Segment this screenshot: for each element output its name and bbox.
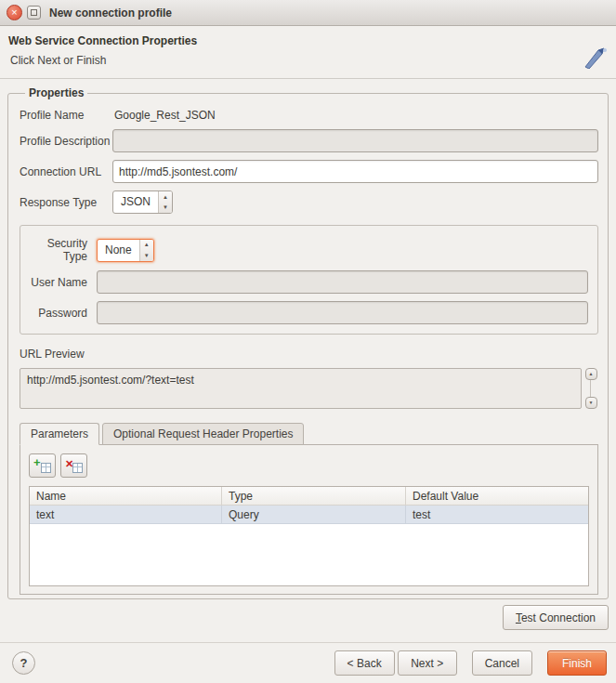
delete-parameter-button[interactable]: ✕ <box>60 453 87 478</box>
security-type-label: Security Type <box>26 237 97 263</box>
security-type-combo[interactable]: None ▲ ▼ <box>97 239 154 262</box>
spinner-down-icon[interactable]: ▼ <box>140 250 153 261</box>
spinner-up-icon[interactable]: ▲ <box>159 191 172 203</box>
dialog-footer: ? < Back Next > Cancel Finish <box>0 642 616 683</box>
scroll-down-icon[interactable]: ▼ <box>585 397 597 409</box>
tab-parameters[interactable]: Parameters <box>20 423 99 445</box>
parameters-toolbar: + ✕ <box>29 453 589 478</box>
response-type-arrows: ▲ ▼ <box>158 191 172 213</box>
close-icon: × <box>11 7 17 18</box>
url-preview-label: URL Preview <box>20 348 598 361</box>
test-connection-button[interactable]: Test Connection <box>503 605 609 630</box>
wizard-subtitle: Click Next or Finish <box>10 54 607 67</box>
back-button[interactable]: < Back <box>334 650 395 676</box>
connection-url-input[interactable] <box>112 160 598 183</box>
column-header-name[interactable]: Name <box>30 487 222 505</box>
wizard-title: Web Service Connection Properties <box>8 34 607 47</box>
password-label: Password <box>26 307 97 320</box>
profile-description-label: Profile Description <box>20 135 112 148</box>
help-button[interactable]: ? <box>12 651 35 675</box>
scroll-up-icon[interactable]: ▲ <box>585 368 597 380</box>
table-empty-area <box>30 524 588 585</box>
cell-type: Query <box>222 506 406 523</box>
table-glyph-icon <box>72 463 83 473</box>
profile-name-value: Google_Rest_JSON <box>114 109 216 122</box>
connection-url-row: Connection URL <box>20 160 598 183</box>
window-close-button[interactable]: × <box>7 5 22 20</box>
cancel-button[interactable]: Cancel <box>472 650 532 676</box>
properties-group: Properties Profile Name Google_Rest_JSON… <box>7 86 609 599</box>
next-button[interactable]: Next > <box>398 650 457 676</box>
connection-url-label: Connection URL <box>20 165 112 178</box>
parameters-table: Name Type Default Value text Query test <box>29 486 589 586</box>
security-type-row: Security Type None ▲ ▼ <box>26 237 588 263</box>
user-name-input <box>97 270 588 294</box>
cell-name: text <box>30 506 222 523</box>
connection-profile-icon <box>583 46 608 69</box>
parameters-tabbar: Parameters Optional Request Header Prope… <box>20 423 598 445</box>
response-type-value: JSON <box>113 191 158 213</box>
parameters-panel: + ✕ Name Type Default Value t <box>20 444 598 595</box>
profile-name-row: Profile Name Google_Rest_JSON <box>20 109 598 122</box>
test-connection-row: Test Connection <box>7 605 609 630</box>
url-preview-box: http://md5.jsontest.com/?text=test <box>20 368 582 409</box>
profile-description-row: Profile Description <box>20 129 598 152</box>
cell-default-value: test <box>406 506 588 523</box>
spinner-down-icon[interactable]: ▼ <box>159 203 172 214</box>
window-maximize-button[interactable] <box>27 6 41 20</box>
spinner-up-icon[interactable]: ▲ <box>140 240 153 251</box>
response-type-row: Response Type JSON ▲ ▼ <box>20 190 598 214</box>
security-group: Security Type None ▲ ▼ User Name Passwor… <box>20 225 598 335</box>
column-header-default-value[interactable]: Default Value <box>406 487 588 505</box>
password-row: Password <box>26 301 588 324</box>
response-type-spinner[interactable]: JSON ▲ ▼ <box>112 190 173 214</box>
response-type-label: Response Type <box>20 196 112 209</box>
user-name-row: User Name <box>26 270 588 294</box>
properties-legend: Properties <box>25 86 87 99</box>
dialog-content: Properties Profile Name Google_Rest_JSON… <box>0 79 616 642</box>
profile-name-label: Profile Name <box>20 109 112 122</box>
tab-optional-request-header-properties[interactable]: Optional Request Header Properties <box>102 423 304 445</box>
user-name-label: User Name <box>26 276 97 289</box>
url-preview-row: http://md5.jsontest.com/?text=test ▲ ▼ <box>20 368 598 409</box>
column-header-type[interactable]: Type <box>222 487 406 505</box>
profile-description-input[interactable] <box>112 129 598 152</box>
add-parameter-button[interactable]: + <box>29 453 56 478</box>
table-header-row: Name Type Default Value <box>30 487 588 506</box>
password-input <box>97 301 588 324</box>
security-type-arrows: ▲ ▼ <box>139 240 153 261</box>
help-icon: ? <box>20 656 28 670</box>
add-icon: + <box>33 455 41 469</box>
url-preview-scrollbar[interactable]: ▲ ▼ <box>583 368 598 409</box>
finish-button[interactable]: Finish <box>547 650 607 676</box>
wizard-header: Web Service Connection Properties Click … <box>0 26 616 78</box>
security-type-value: None <box>98 240 139 261</box>
new-connection-profile-dialog: × New connection profile Web Service Con… <box>0 0 616 683</box>
table-row[interactable]: text Query test <box>30 506 588 524</box>
window-title: New connection profile <box>49 7 172 20</box>
titlebar: × New connection profile <box>0 0 616 26</box>
table-glyph-icon <box>41 463 51 473</box>
